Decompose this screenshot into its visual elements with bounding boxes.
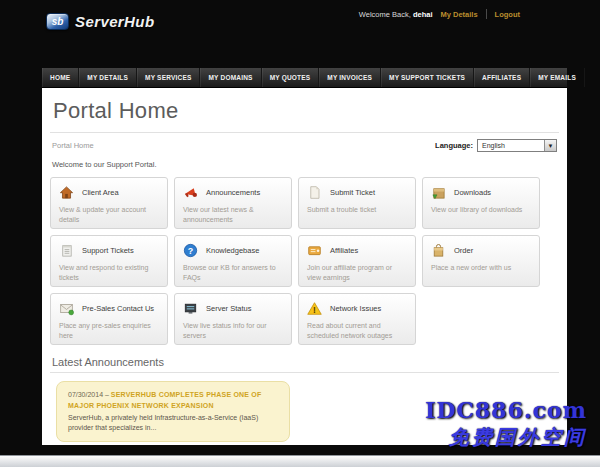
language-picker: Language: English ▼ [435, 139, 557, 152]
shortcut-title: Server Status [206, 304, 251, 313]
shortcut-title: Pre-Sales Contact Us [82, 304, 154, 313]
my-details-link[interactable]: My Details [440, 10, 477, 19]
logo-text: ServerHub [75, 13, 154, 30]
shortcut-order[interactable]: Order Place a new order with us [422, 235, 540, 287]
shortcut-title: Announcements [206, 188, 260, 197]
page-icon [307, 185, 322, 200]
shortcut-description: Place a new order with us [431, 263, 531, 273]
username: dehai [413, 10, 433, 19]
download-box-icon [431, 185, 446, 200]
shortcut-title: Network Issues [330, 304, 381, 313]
main-nav: HOMEMY DETAILSMY SERVICESMY DOMAINSMY QU… [42, 68, 567, 88]
question-icon: ? [183, 243, 198, 258]
announcements-heading: Latest Announcements [42, 347, 567, 372]
shortcut-title: Knowledgebase [206, 246, 259, 255]
envelope-icon [59, 301, 74, 316]
shortcut-title: Affiliates [330, 246, 358, 255]
language-label: Language: [435, 141, 473, 150]
shortcut-title: Client Area [82, 188, 119, 197]
shortcut-title: Downloads [454, 188, 491, 197]
page-content: Portal Home Portal Home Language: Englis… [42, 88, 567, 445]
language-select[interactable]: English ▼ [477, 139, 557, 152]
shortcut-grid: Client Area View & update your account d… [42, 173, 567, 347]
shortcut-submit-ticket[interactable]: Submit Ticket Submit a trouble ticket [298, 177, 416, 229]
shortcut-description: Submit a trouble ticket [307, 205, 407, 215]
nav-tab-my-invoices[interactable]: MY INVOICES [319, 68, 381, 87]
notepad-icon [59, 243, 74, 258]
serverhub-logo-icon: sb [46, 13, 69, 30]
nav-tab-affiliates[interactable]: AFFILIATES [474, 68, 530, 87]
welcome-line: Welcome to our Support Portal. [42, 157, 567, 173]
nav-tab-my-quotes[interactable]: MY QUOTES [262, 68, 320, 87]
shopping-bag-icon [431, 243, 446, 258]
shortcut-title: Order [454, 246, 473, 255]
shortcut-support-tickets[interactable]: Support Tickets View and respond to exis… [50, 235, 168, 287]
card-icon [307, 243, 322, 258]
serverhub-logo[interactable]: sb ServerHub [46, 13, 154, 30]
nav-tab-my-support-tickets[interactable]: MY SUPPORT TICKETS [381, 68, 474, 87]
divider [50, 372, 559, 373]
welcome-text: Welcome Back, dehai [359, 10, 433, 19]
announcement-title-line: 07/30/2014 – SERVERHUB COMPLETES PHASE O… [68, 390, 278, 411]
bottom-strip [0, 455, 600, 467]
shortcut-description: View live status info for our servers [183, 321, 283, 341]
shortcut-description: Read about current and scheduled network… [307, 321, 407, 341]
shortcut-client-area[interactable]: Client Area View & update your account d… [50, 177, 168, 229]
shortcut-network-issues[interactable]: ! Network Issues Read about current and … [298, 293, 416, 345]
svg-text:!: ! [313, 305, 316, 315]
page-title: Portal Home [42, 88, 567, 132]
divider [486, 9, 487, 19]
megaphone-icon [183, 185, 198, 200]
announcement-item: 07/30/2014 – SERVERHUB COMPLETES PHASE O… [56, 381, 290, 442]
shortcut-description: Place any pre-sales enquiries here [59, 321, 159, 341]
shortcut-title: Submit Ticket [330, 188, 375, 197]
svg-text:?: ? [188, 246, 193, 256]
nav-tab-my-emails[interactable]: MY EMAILS [530, 68, 585, 87]
user-links: Welcome Back, dehai My Details Logout [359, 9, 520, 19]
warning-icon: ! [307, 301, 322, 316]
nav-tab-my-domains[interactable]: MY DOMAINS [200, 68, 261, 87]
shortcut-description: View and respond to existing tickets [59, 263, 159, 283]
shortcut-description: Join our affiliate program or view earni… [307, 263, 407, 283]
shortcut-description: Browse our KB for answers to FAQs [183, 263, 283, 283]
breadcrumb[interactable]: Portal Home [52, 141, 94, 150]
shortcut-description: View our latest news & announcements [183, 205, 283, 225]
announcement-excerpt: ServerHub, a privately held Infrastructu… [68, 413, 278, 433]
shortcut-downloads[interactable]: Downloads View our library of downloads [422, 177, 540, 229]
shortcut-pre-sales-contact-us[interactable]: Pre-Sales Contact Us Place any pre-sales… [50, 293, 168, 345]
language-selected-value: English [482, 142, 505, 149]
shortcut-title: Support Tickets [82, 246, 134, 255]
shortcut-description: View & update your account details [59, 205, 159, 225]
nav-tab-my-details[interactable]: MY DETAILS [79, 68, 137, 87]
breadcrumb-row: Portal Home Language: English ▼ [42, 133, 567, 157]
shortcut-description: View our library of downloads [431, 205, 531, 215]
nav-tab-home[interactable]: HOME [42, 68, 79, 87]
home-icon [59, 185, 74, 200]
shortcut-affiliates[interactable]: Affiliates Join our affiliate program or… [298, 235, 416, 287]
nav-tab-my-services[interactable]: MY SERVICES [137, 68, 200, 87]
chevron-down-icon[interactable]: ▼ [544, 140, 556, 151]
top-bar: sb ServerHub Welcome Back, dehai My Deta… [0, 0, 600, 68]
shortcut-server-status[interactable]: Server Status View live status info for … [174, 293, 292, 345]
shortcut-announcements[interactable]: Announcements View our latest news & ann… [174, 177, 292, 229]
server-icon [183, 301, 198, 316]
logout-link[interactable]: Logout [495, 10, 520, 19]
announcement-date: 07/30/2014 – [68, 391, 111, 398]
shortcut-knowledgebase[interactable]: ? Knowledgebase Browse our KB for answer… [174, 235, 292, 287]
